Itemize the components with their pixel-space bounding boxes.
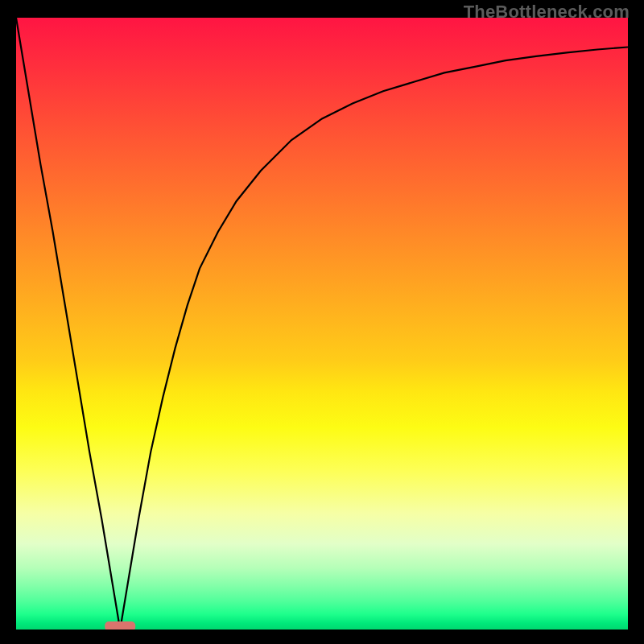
optimum-marker [105,621,135,630]
bottleneck-curve [16,18,628,630]
plot-area [16,18,628,630]
chart-frame: TheBottleneck.com [0,0,644,644]
chart-svg [16,18,628,630]
